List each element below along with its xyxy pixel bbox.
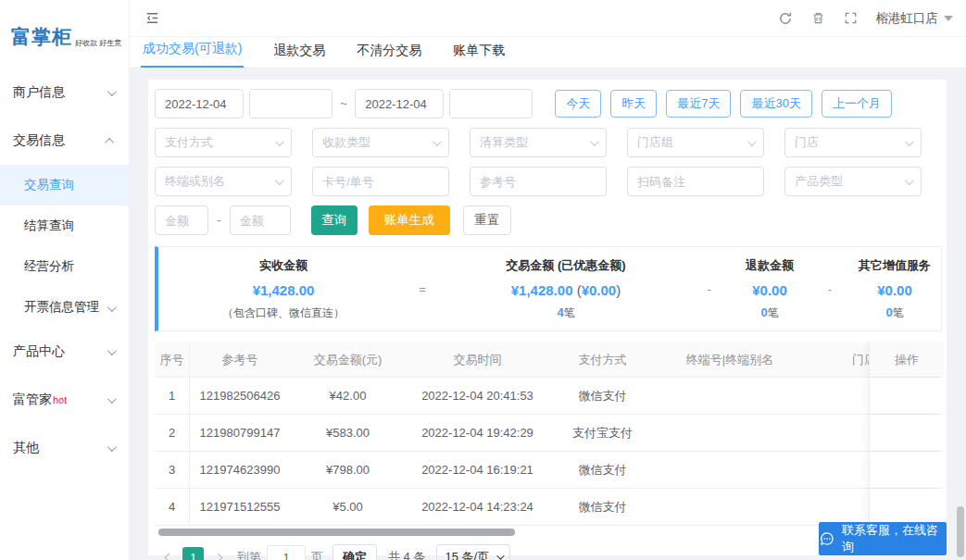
hot-badge: hot xyxy=(53,394,67,405)
date-shortcut-button[interactable]: 最近30天 xyxy=(740,90,811,118)
cell-actions xyxy=(869,378,944,414)
next-page-button[interactable] xyxy=(207,547,228,560)
sidebar-item-product-center[interactable]: 产品中心 xyxy=(0,328,129,376)
sidebar: 富掌柜 好收款 好生意 商户信息 交易信息 交易查询 结算查询 经营分析 开票信… xyxy=(0,0,130,560)
store-switcher[interactable]: 榕港虹口店 xyxy=(876,10,954,27)
contact-support-button[interactable]: 联系客服，在线咨询 xyxy=(819,522,947,555)
store-caret-icon xyxy=(944,16,953,21)
select-placeholder: 终端或别名 xyxy=(165,173,225,190)
tab-unsettled-transactions[interactable]: 不清分交易 xyxy=(355,43,423,68)
trash-icon[interactable] xyxy=(811,11,825,25)
filter-select[interactable]: 收款类型 xyxy=(312,128,449,157)
page-number-button[interactable]: 1 xyxy=(182,547,204,560)
summary-other: 其它增值服务 ¥0.00 0笔 xyxy=(844,257,946,321)
sidebar-item-label: 产品中心 xyxy=(13,343,65,360)
sidebar-item-transaction-info[interactable]: 交易信息 xyxy=(0,117,129,165)
reference-number-input[interactable] xyxy=(470,167,607,196)
chevron-down-icon xyxy=(275,137,284,146)
generate-bill-button[interactable]: 账单生成 xyxy=(369,205,450,235)
sidebar-item-fuguanjia[interactable]: 富管家hot xyxy=(0,376,129,424)
top-bar: 榕港虹口店 xyxy=(130,0,966,37)
summary-count: 0笔 xyxy=(723,305,816,321)
query-panel: ~ 今天昨天最近7天最近30天上一个月 支付方式 收款类型 xyxy=(148,80,947,555)
summary-value: ¥0.00 xyxy=(723,282,816,298)
amount-min-input[interactable] xyxy=(155,205,208,235)
page-size-select[interactable]: 15 条/页 xyxy=(436,544,510,560)
sidebar-subitem-label: 交易查询 xyxy=(24,177,74,193)
end-date-input[interactable] xyxy=(355,89,444,118)
select-placeholder: 门店 xyxy=(795,134,819,151)
sidebar-item-label: 其他 xyxy=(13,440,39,456)
amount-max-input[interactable] xyxy=(230,205,291,235)
cell-reference: 121974623990 xyxy=(190,463,290,477)
summary-title: 其它增值服务 xyxy=(844,257,946,274)
tab-refund-transactions[interactable]: 退款交易 xyxy=(271,43,327,68)
chevron-down-icon xyxy=(747,137,757,146)
chat-bubble-icon xyxy=(819,530,835,547)
brand-tagline: 好收款 好生意 xyxy=(75,38,121,48)
end-time-input[interactable] xyxy=(449,89,533,118)
filter-select[interactable]: 清算类型 xyxy=(470,128,607,157)
start-time-input[interactable] xyxy=(249,89,332,118)
table-row[interactable]: 4 121971512555 ¥5.00 2022-12-04 14:23:24… xyxy=(155,489,942,526)
chevron-down-icon xyxy=(107,346,117,355)
cell-time: 2022-12-04 16:19:21 xyxy=(406,463,549,477)
tab-bill-download[interactable]: 账单下载 xyxy=(451,43,507,68)
date-shortcut-button[interactable]: 最近7天 xyxy=(666,90,731,118)
header-reference: 参考号 xyxy=(190,352,290,368)
summary-title: 实收金额 xyxy=(158,257,408,274)
tab-successful-transactions[interactable]: 成功交易(可退款) xyxy=(141,41,244,68)
table-row[interactable]: 2 121980799147 ¥583.00 2022-12-04 19:42:… xyxy=(155,415,942,452)
menu-fold-icon[interactable] xyxy=(144,10,160,26)
sidebar-item-invoice-management[interactable]: 开票信息管理 xyxy=(0,287,129,328)
sidebar-item-transaction-query[interactable]: 交易查询 xyxy=(0,165,129,205)
terminal-select[interactable]: 终端或别名 xyxy=(155,167,292,196)
cell-amount: ¥798.00 xyxy=(290,463,406,477)
table-row[interactable]: 1 121982506426 ¥42.00 2022-12-04 20:41:5… xyxy=(155,378,942,415)
header-serial: 序号 xyxy=(155,342,190,377)
cell-reference: 121980799147 xyxy=(190,426,290,440)
select-placeholder: 支付方式 xyxy=(165,134,213,151)
summary-note: （包含口碑、微信直连） xyxy=(158,305,408,321)
chevron-up-icon xyxy=(105,137,114,146)
select-placeholder: 产品类型 xyxy=(795,173,843,190)
card-number-input[interactable] xyxy=(312,167,449,196)
goto-confirm-button[interactable]: 确定 xyxy=(332,544,377,560)
horizontal-scrollbar-thumb[interactable] xyxy=(158,529,515,536)
product-type-select[interactable]: 产品类型 xyxy=(784,167,922,196)
refresh-icon[interactable] xyxy=(778,11,793,26)
chevron-down-icon xyxy=(905,176,914,185)
scan-note-input[interactable] xyxy=(627,167,764,196)
query-button[interactable]: 查询 xyxy=(311,205,358,235)
transactions-table: 序号 参考号 交易金额(元) 交易时间 支付方式 终端号|终端别名 门店 操作 … xyxy=(155,342,942,536)
filter-select[interactable]: 门店组 xyxy=(627,128,764,157)
date-shortcut-button[interactable]: 上一个月 xyxy=(822,90,892,118)
sidebar-item-settlement-query[interactable]: 结算查询 xyxy=(0,205,129,246)
table-header-row: 序号 参考号 交易金额(元) 交易时间 支付方式 终端号|终端别名 门店 操作 xyxy=(155,342,942,378)
filter-select[interactable]: 门店 xyxy=(784,128,922,157)
prev-page-button[interactable] xyxy=(158,547,179,560)
summary-value: ¥1,428.00 (¥0.00) xyxy=(436,282,696,298)
cell-payment-method: 微信支付 xyxy=(549,388,656,404)
reset-button[interactable]: 重置 xyxy=(463,205,511,235)
fullscreen-icon[interactable] xyxy=(844,11,858,25)
start-date-input[interactable] xyxy=(155,89,244,118)
sidebar-item-label: 商户信息 xyxy=(13,84,65,101)
brand-logo-text: 富掌柜 xyxy=(11,24,72,50)
sidebar-item-business-analysis[interactable]: 经营分析 xyxy=(0,246,129,287)
vertical-scrollbar-thumb[interactable] xyxy=(957,506,964,557)
sidebar-item-others[interactable]: 其他 xyxy=(0,424,129,472)
header-time: 交易时间 xyxy=(406,352,549,368)
table-row[interactable]: 3 121974623990 ¥798.00 2022-12-04 16:19:… xyxy=(155,452,942,489)
summary-value: ¥0.00 xyxy=(844,282,946,298)
date-shortcut-buttons: 今天昨天最近7天最近30天上一个月 xyxy=(555,90,892,118)
chevron-down-icon xyxy=(433,137,442,146)
summary-trade: 交易金额 (已优惠金额) ¥1,428.00 (¥0.00) 4笔 xyxy=(436,257,696,321)
chevron-down-icon xyxy=(107,303,117,312)
cell-time: 2022-12-04 20:41:53 xyxy=(406,389,549,403)
date-shortcut-button[interactable]: 昨天 xyxy=(610,90,657,118)
filter-select[interactable]: 支付方式 xyxy=(155,128,292,157)
sidebar-item-merchant-info[interactable]: 商户信息 xyxy=(0,68,129,117)
goto-page-input[interactable] xyxy=(267,545,306,560)
date-shortcut-button[interactable]: 今天 xyxy=(555,90,601,118)
